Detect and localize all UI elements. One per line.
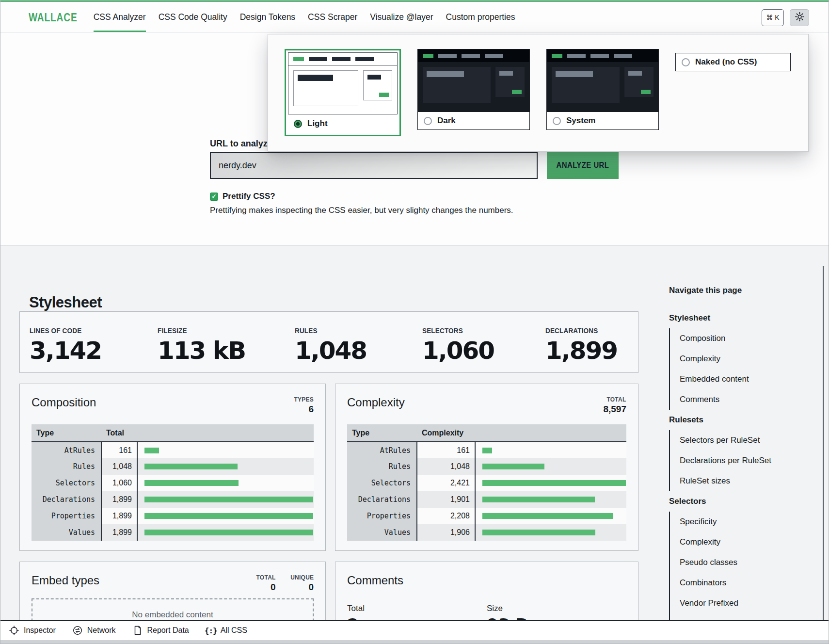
row-bar-cell	[137, 524, 314, 541]
theme-preview-thumbnail	[418, 49, 529, 112]
tab-css-analyzer[interactable]: CSS Analyzer	[94, 2, 146, 32]
prettify-checkbox[interactable]: ✓	[210, 193, 218, 201]
row-value: 1,060	[101, 475, 137, 491]
bottom-bar-inspector[interactable]: Inspector	[9, 625, 56, 636]
preview-nav-chip	[332, 57, 351, 61]
radio-icon[interactable]	[682, 58, 690, 66]
preview-green-accent	[641, 90, 651, 94]
composition-title: Composition	[32, 396, 96, 409]
row-bar-cell	[475, 508, 626, 524]
theme-option-label: Light	[307, 119, 328, 129]
embed-panel-header: Embed types TOTAL0UNIQUE0	[32, 574, 314, 593]
embed-stat-label: TOTAL	[256, 574, 276, 581]
row-type-name: Properties	[32, 508, 101, 524]
row-bar-cell	[137, 491, 314, 508]
sun-icon	[795, 12, 804, 23]
window-bottom-edge	[0, 640, 829, 644]
wallace-logo[interactable]: WALLACE	[29, 11, 78, 24]
page-nav-link-complexity[interactable]: Complexity	[680, 532, 810, 552]
stat-label: RULES	[295, 326, 359, 335]
scrollbar-thumb[interactable]	[823, 266, 824, 622]
bottom-bar-all-css[interactable]: {:}All CSS	[206, 625, 247, 636]
page-nav-items: Selectors per RuleSetDeclarations per Ru…	[669, 430, 810, 491]
row-bar-cell	[475, 491, 626, 508]
tab-visualize-layer[interactable]: Visualize @layer	[370, 2, 433, 32]
radio-selected-icon[interactable]	[294, 120, 302, 128]
stylesheet-stats-card: LINES OF CODE3,142FILESIZE113 kBRULES1,0…	[19, 311, 638, 373]
table-row-rules: Rules1,048	[347, 458, 626, 475]
complexity-table: TypeComplexityAtRules161Rules1,048Select…	[347, 424, 626, 541]
page-nav-link-composition[interactable]: Composition	[680, 328, 810, 349]
column-header-type: Type	[347, 424, 417, 442]
row-type-name: AtRules	[347, 442, 417, 458]
nav-tabs: CSS AnalyzerCSS Code QualityDesign Token…	[94, 2, 515, 32]
theme-option-naked-no-css[interactable]: Naked (no CSS)	[675, 53, 791, 71]
row-bar-cell	[137, 458, 314, 475]
row-value: 1,899	[101, 491, 137, 508]
theme-option-light[interactable]: Light	[285, 49, 401, 136]
table-row-selectors: Selectors1,060	[32, 475, 314, 491]
analyze-url-button[interactable]: ANALYZE URL	[547, 152, 619, 179]
page-nav-link-comments[interactable]: Comments	[680, 389, 810, 410]
row-bar-cell	[475, 442, 626, 458]
column-header-type: Type	[32, 424, 101, 442]
comments-field-label: Total	[347, 604, 487, 613]
theme-option-system[interactable]: System	[546, 49, 659, 130]
stat-value: 113 kB	[158, 338, 245, 363]
theme-toggle-button[interactable]	[790, 9, 809, 26]
tab-custom-properties[interactable]: Custom properties	[446, 2, 515, 32]
network-icon	[72, 625, 83, 636]
value-bar	[144, 464, 238, 469]
theme-option-label-row: Light	[288, 114, 398, 133]
types-stat-value: 6	[292, 404, 314, 415]
page-nav-link-specificity[interactable]: Specificity	[680, 512, 810, 532]
page-nav-heading-stylesheet[interactable]: Stylesheet	[669, 308, 810, 328]
complexity-title: Complexity	[347, 396, 405, 409]
stat-label: LINES OF CODE	[30, 326, 94, 335]
tab-design-tokens[interactable]: Design Tokens	[240, 2, 295, 32]
url-input[interactable]	[210, 152, 538, 179]
embed-stat-value: 0	[255, 582, 276, 593]
complexity-panel: Complexity TOTAL 8,597 TypeComplexityAtR…	[335, 384, 638, 551]
tab-css-code-quality[interactable]: CSS Code Quality	[159, 2, 227, 32]
radio-icon[interactable]	[553, 117, 561, 125]
comments-panel-header: Comments	[347, 574, 626, 587]
braces-icon: {:}	[205, 626, 217, 635]
comments-field-label: Size	[487, 604, 626, 613]
row-type-name: Values	[32, 524, 101, 541]
wallace-css-analyzer-page: WALLACE CSS AnalyzerCSS Code QualityDesi…	[0, 0, 829, 644]
tab-css-scraper[interactable]: CSS Scraper	[308, 2, 357, 32]
page-nav-link-vendor-prefixed[interactable]: Vendor Prefixed	[680, 593, 810, 613]
embed-stats: TOTAL0UNIQUE0	[255, 574, 314, 593]
preview-small-box	[624, 67, 654, 97]
table-row-selectors: Selectors2,421	[347, 475, 626, 491]
theme-preview-thumbnail	[547, 49, 658, 112]
bottom-bar-label: Network	[87, 626, 116, 635]
theme-option-dark[interactable]: Dark	[417, 49, 530, 130]
stat-value: 3,142	[30, 338, 101, 363]
embed-stat-label: UNIQUE	[290, 574, 314, 581]
table-row-properties: Properties2,208	[347, 508, 626, 524]
row-type-name: Values	[347, 524, 417, 541]
page-nav-link-pseudo-classes[interactable]: Pseudo classes	[680, 552, 810, 573]
row-bar-cell	[137, 475, 314, 491]
page-nav-sections: StylesheetCompositionComplexityEmbedded …	[669, 308, 810, 634]
page-nav-link-complexity[interactable]: Complexity	[680, 349, 810, 369]
value-bar	[144, 530, 313, 535]
page-nav-heading-selectors[interactable]: Selectors	[669, 491, 810, 512]
bottom-bar-network[interactable]: Network	[72, 625, 116, 636]
bottom-bar-report-data[interactable]: Report Data	[132, 625, 189, 636]
page-nav-link-ruleset-sizes[interactable]: RuleSet sizes	[680, 471, 810, 491]
column-header-value: Total	[101, 424, 137, 442]
radio-icon[interactable]	[424, 117, 432, 125]
page-title: Stylesheet	[29, 294, 102, 311]
page-nav-link-combinators[interactable]: Combinators	[680, 573, 810, 593]
row-bar-cell	[137, 508, 314, 524]
page-nav-link-declarations-per-ruleset[interactable]: Declarations per RuleSet	[680, 451, 810, 471]
command-k-shortcut-button[interactable]: ⌘ K	[762, 9, 784, 26]
data-table: TypeTotalAtRules161Rules1,048Selectors1,…	[32, 424, 314, 541]
page-nav-link-selectors-per-ruleset[interactable]: Selectors per RuleSet	[680, 430, 810, 451]
page-nav-link-embedded-content[interactable]: Embedded content	[680, 369, 810, 389]
stat-selectors: SELECTORS1,060	[422, 326, 494, 363]
page-nav-heading-rulesets[interactable]: Rulesets	[669, 410, 810, 430]
